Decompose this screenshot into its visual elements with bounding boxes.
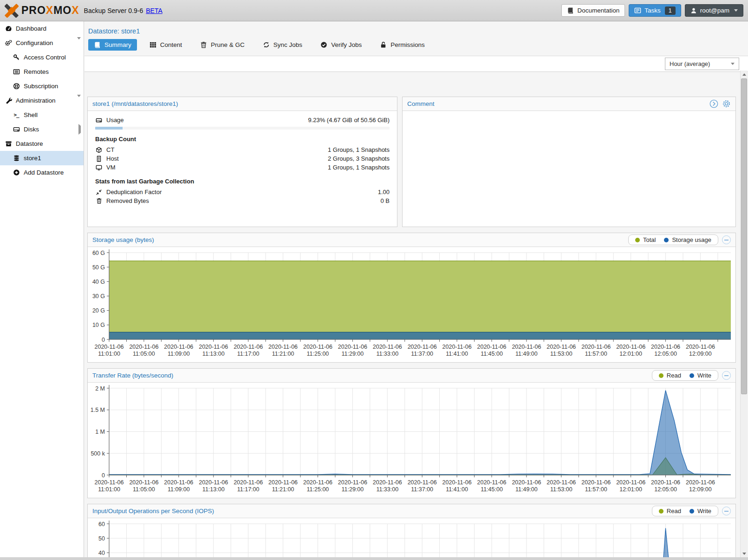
sidebar-item-configuration[interactable]: Configuration [0,36,84,50]
plus-circle-icon [13,169,20,176]
tab-label: Summary [104,41,131,48]
legend-item-write[interactable]: Write [689,508,711,514]
collapse-chevron-icon[interactable] [77,39,81,46]
sidebar-item-label: Datastore [16,140,43,147]
svg-text:50 G: 50 G [92,264,105,271]
window-bottom-edge [0,557,748,560]
sidebar-item-administration[interactable]: Administration [0,93,84,108]
unlock-icon [380,41,387,48]
sidebar-item-shell[interactable]: >_ Shell [0,108,84,122]
expand-circle-icon[interactable] [709,99,718,108]
beta-link[interactable]: BETA [146,7,163,14]
collapse-panel-icon[interactable] [722,371,731,380]
svg-text:1.5 M: 1.5 M [91,407,105,413]
tab-summary[interactable]: Summary [88,39,137,51]
sidebar-item-dashboard[interactable]: Dashboard [0,21,84,36]
legend-label: Read [667,372,681,379]
legend-item-write[interactable]: Write [689,372,711,379]
task-list-icon [634,7,641,14]
tab-permissions[interactable]: Permissions [374,39,430,51]
collapse-chevron-icon[interactable] [77,97,81,104]
scroll-down-arrow[interactable] [741,550,748,557]
svg-text:50: 50 [98,535,105,542]
svg-text:11:53:00: 11:53:00 [550,351,572,357]
chart-toolbar: Hour (average) [85,56,748,72]
svg-text:2020-11-06: 2020-11-06 [512,344,541,350]
svg-text:60: 60 [98,521,105,527]
svg-text:2020-11-06: 2020-11-06 [686,344,715,350]
chart-title: Storage usage (bytes) [92,236,154,243]
user-icon [690,7,697,14]
svg-text:2020-11-06: 2020-11-06 [129,479,158,486]
svg-text:1 M: 1 M [95,429,105,435]
gc-row-dedup: Deduplication Factor 1.00 [95,188,390,196]
tasks-button[interactable]: Tasks 1 [629,4,681,17]
backup-count-heading: Backup Count [95,136,390,143]
svg-text:2020-11-06: 2020-11-06 [373,344,402,350]
chevron-down-icon [734,9,738,12]
vertical-scrollbar[interactable] [740,71,748,557]
panel-title: store1 (/mnt/datastores/store1) [92,100,178,107]
comment-body[interactable] [403,111,735,227]
gear-icon[interactable] [722,99,731,108]
sidebar-item-add-datastore[interactable]: Add Datastore [0,165,84,180]
usage-progress-bar [95,127,390,130]
time-range-selector[interactable]: Hour (average) [665,58,739,70]
tasks-label: Tasks [644,7,661,14]
sidebar-item-label: Disks [24,126,39,133]
legend-item-read[interactable]: Read [659,372,681,379]
svg-text:11:05:00: 11:05:00 [133,486,155,493]
sidebar-item-access-control[interactable]: Access Control [0,50,84,65]
sidebar-item-store1[interactable]: store1 [0,151,84,165]
sidebar-item-disks[interactable]: Disks [0,122,84,137]
svg-text:2020-11-06: 2020-11-06 [581,344,611,350]
chart-canvas: 01020304050602020-11-0611:01:002020-11-0… [88,519,735,560]
tab-sync-jobs[interactable]: Sync Jobs [257,39,308,51]
tab-label: Prune & GC [211,41,245,48]
tab-verify-jobs[interactable]: Verify Jobs [315,39,367,51]
svg-text:11:17:00: 11:17:00 [237,351,260,357]
usage-value: 9.23% (4.67 GiB of 50.56 GiB) [308,117,390,124]
legend-label: Write [697,372,711,379]
svg-text:2020-11-06: 2020-11-06 [686,479,715,486]
legend-dot [664,238,669,242]
svg-text:11:05:00: 11:05:00 [133,351,155,357]
legend-item-read[interactable]: Read [659,508,681,514]
svg-text:2020-11-06: 2020-11-06 [268,479,298,486]
scrollbar-thumb[interactable] [741,78,747,394]
svg-text:40: 40 [98,550,105,556]
expand-chevron-icon[interactable] [78,126,81,133]
row-label: Deduplication Factor [106,189,162,195]
svg-text:12:01:00: 12:01:00 [619,351,642,357]
legend-label: Total [643,236,656,243]
user-menu-button[interactable]: root@pam [685,4,743,17]
usage-progress-fill [95,127,123,130]
sidebar-item-subscription[interactable]: Subscription [0,79,84,93]
scroll-up-arrow[interactable] [741,71,748,78]
collapse-panel-icon[interactable] [722,507,731,515]
page-title: Datastore: store1 [88,27,140,35]
legend-dot [659,509,663,514]
documentation-button[interactable]: Documentation [561,4,625,17]
life-ring-icon [13,83,20,90]
svg-text:11:21:00: 11:21:00 [272,486,294,493]
svg-text:2020-11-06: 2020-11-06 [651,479,680,486]
legend-item-total[interactable]: Total [635,236,656,243]
tab-content[interactable]: Content [144,39,188,51]
tab-prune-gc[interactable]: Prune & GC [195,39,250,51]
collapse-panel-icon[interactable] [722,235,731,244]
sidebar-item-datastore[interactable]: Datastore [0,137,84,151]
grid-icon [150,41,156,48]
sidebar-item-remotes[interactable]: Remotes [0,65,84,79]
legend-dot [689,373,694,378]
row-value: 1 Groups, 1 Snapshots [328,146,390,153]
legend-item-storage-usage[interactable]: Storage usage [664,236,711,243]
tab-label: Sync Jobs [273,41,302,48]
legend-label: Storage usage [672,236,711,243]
terminal-icon: >_ [13,111,20,119]
svg-text:500 k: 500 k [91,450,105,457]
row-value: 2 Groups, 3 Snapshots [328,155,390,162]
storage-usage-chart: 010 G20 G30 G40 G50 G60 G2020-11-0611:01… [88,247,735,362]
key-icon [13,54,20,61]
book-icon [94,41,101,48]
